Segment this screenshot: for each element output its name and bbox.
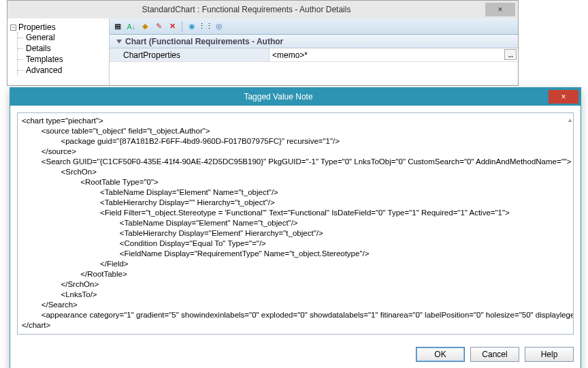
tree-item-advanced[interactable]: Advanced [23, 65, 106, 76]
ellipsis-icon: ... [508, 50, 512, 59]
dialog-title: Tagged Value Note [10, 92, 546, 102]
categorize-icon[interactable]: ▦ [112, 21, 123, 32]
dialog-close-button[interactable]: × [549, 90, 578, 104]
dialog-body: <chart type="piechart"> <source table="t… [10, 106, 581, 341]
tagged-value-note-dialog: Tagged Value Note × <chart type="piechar… [10, 87, 581, 368]
grid-header[interactable]: Chart (Functional Requirements - Author [110, 35, 518, 48]
toolbar: ▦ A↓ ◆ ✎ ✕ ◉ ⋮⋮ ◎ [110, 18, 518, 35]
tree-item-general[interactable]: General [23, 32, 106, 43]
note-content: <chart type="piechart"> <source table="t… [22, 116, 569, 331]
tree-children: General Details Templates Advanced [17, 32, 106, 76]
tree-item-label: Templates [26, 55, 63, 64]
close-icon: × [485, 5, 515, 14]
tree-item-templates[interactable]: Templates [23, 54, 106, 65]
button-label: Cancel [482, 350, 507, 359]
dialog-button-row: OK Cancel Help [10, 341, 581, 368]
cancel-button[interactable]: Cancel [470, 347, 519, 362]
help-icon[interactable]: ◎ [214, 21, 225, 32]
tree-root-properties[interactable]: − Properties [10, 22, 106, 32]
tree-item-details[interactable]: Details [23, 43, 106, 54]
button-label: Help [541, 350, 558, 359]
tree-item-label: Advanced [26, 65, 62, 75]
property-name: ChartProperties [123, 50, 180, 60]
edit-icon[interactable]: ✎ [153, 21, 164, 32]
standardchart-window: StandardChart : Functional Requirements … [7, 0, 519, 86]
scrollbar-up-icon[interactable]: ▴ [568, 116, 572, 123]
close-icon: × [549, 92, 578, 102]
tree-collapse-icon[interactable]: − [10, 25, 16, 31]
window-close-button[interactable]: × [485, 3, 515, 16]
window-titlebar: StandardChart : Functional Requirements … [7, 1, 518, 18]
help-button[interactable]: Help [525, 347, 574, 362]
sort-desc-icon[interactable]: ◆ [140, 21, 150, 32]
tag-icon[interactable]: ◉ [186, 21, 197, 32]
right-panel: ▦ A↓ ◆ ✎ ✕ ◉ ⋮⋮ ◎ Chart (Functional Requ… [110, 18, 518, 85]
tree-item-label: General [26, 33, 55, 42]
sort-asc-icon[interactable]: A↓ [126, 21, 137, 32]
grid-header-label: Chart (Functional Requirements - Author [125, 37, 283, 46]
dialog-titlebar[interactable]: Tagged Value Note × [10, 88, 581, 106]
property-value: <memo>* [272, 50, 308, 60]
window-title: StandardChart : Functional Requirements … [7, 5, 485, 14]
grid-cell-value[interactable]: <memo>* ... [270, 48, 518, 61]
delete-icon[interactable]: ✕ [167, 21, 178, 32]
properties-tree: − Properties General Details Templates A… [7, 18, 110, 85]
memo-ellipsis-button[interactable]: ... [504, 49, 517, 60]
grid-cell-name: ChartProperties [110, 48, 270, 61]
note-textarea[interactable]: <chart type="piechart"> <source table="t… [17, 112, 574, 335]
grid-row-chartproperties[interactable]: ChartProperties <memo>* ... [110, 48, 518, 62]
expand-arrow-icon [116, 40, 122, 44]
button-label: OK [434, 350, 446, 359]
ok-button[interactable]: OK [416, 347, 465, 362]
tree-root-label: Properties [18, 22, 56, 32]
options-icon[interactable]: ⋮⋮ [200, 21, 211, 32]
window-body: − Properties General Details Templates A… [7, 18, 518, 85]
tree-item-label: Details [26, 44, 51, 53]
toolbar-separator [182, 21, 182, 32]
